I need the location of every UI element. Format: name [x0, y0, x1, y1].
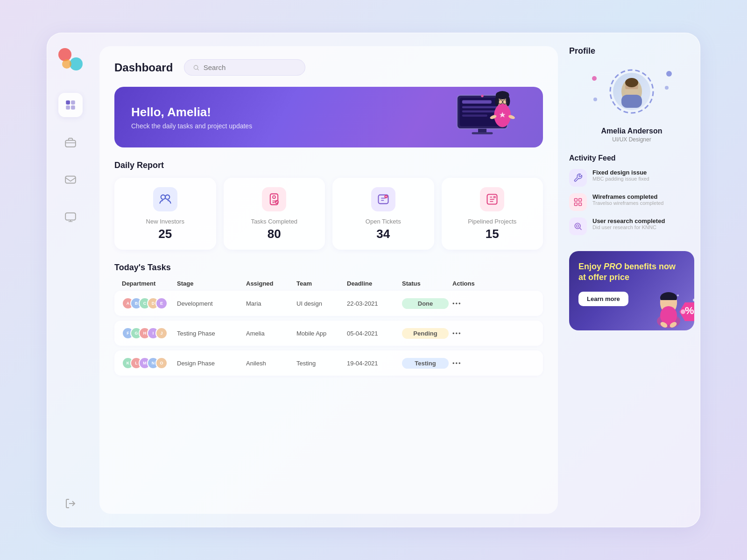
svg-point-41: [665, 86, 669, 90]
research-icon: [573, 222, 583, 231]
svg-rect-49: [579, 199, 582, 202]
briefcase-icon: [64, 136, 77, 148]
svg-rect-6: [65, 213, 76, 220]
logout-button[interactable]: [58, 491, 83, 516]
banner-text: Hello, Amelia! Check the daily tasks and…: [131, 105, 252, 130]
row2-deadline: 05-04-2021: [347, 330, 398, 337]
svg-point-57: [660, 306, 677, 325]
dashboard-panel: Dashboard Hello, Amelia! Check the daily…: [99, 46, 558, 514]
table-header: Department Stage Assigned Team Deadline …: [114, 280, 543, 291]
investors-icon: [159, 193, 172, 206]
row1-assigned: Maria: [246, 300, 293, 307]
sidebar-item-mail[interactable]: [58, 168, 83, 192]
row1-stage: Development: [177, 300, 242, 307]
monitor-icon: [64, 211, 77, 223]
col-department: Department: [122, 280, 173, 287]
sidebar: [47, 33, 94, 527]
profile-name: Amelia Anderson: [569, 127, 694, 135]
search-icon: [193, 64, 199, 71]
row1-actions[interactable]: •••: [452, 300, 490, 307]
row2-team: Mobile App: [296, 330, 343, 337]
logo-orange-circle: [62, 59, 71, 69]
svg-rect-3: [71, 105, 75, 110]
activity-icon-2: [569, 193, 587, 211]
avatar: J: [155, 327, 168, 339]
page-title: Dashboard: [114, 61, 173, 74]
sidebar-nav: [58, 93, 83, 491]
table-row: F G H I J Testing Phase Amelia Mobile Ap…: [114, 321, 543, 346]
tasks-value: 80: [268, 227, 281, 241]
pro-highlight: PRO: [604, 262, 622, 271]
tasks-table: Department Stage Assigned Team Deadline …: [114, 280, 543, 376]
tasks-title: Today's Tasks: [114, 263, 543, 273]
svg-rect-47: [621, 95, 642, 108]
pro-card-text: Enjoy PRO benefits now at offer price: [578, 261, 685, 283]
investors-icon-bg: [153, 187, 177, 211]
sidebar-item-monitor[interactable]: [58, 205, 83, 229]
activity-text-2: Wireframes completed Travelso wireframes…: [592, 193, 663, 206]
sidebar-item-work[interactable]: [58, 130, 83, 154]
profile-section: Profile: [569, 46, 694, 143]
investors-label: New Investors: [146, 218, 184, 225]
table-row: A B C D E Development Maria UI design 22…: [114, 291, 543, 316]
search-bar[interactable]: [184, 59, 305, 76]
svg-point-30: [161, 195, 165, 199]
logo: [58, 48, 83, 70]
daily-report-title: Daily Report: [114, 161, 543, 170]
profile-section-title: Profile: [569, 46, 694, 56]
mail-icon: [64, 174, 77, 186]
pro-card: Enjoy PRO benefits now at offer price Le…: [569, 251, 694, 330]
activity-title-3: User research completed: [592, 217, 665, 224]
activity-icon-3: [569, 217, 587, 235]
banner-subtitle: Check the daily tasks and project update…: [131, 122, 252, 130]
avatar-illustration: [618, 75, 646, 108]
row3-actions[interactable]: •••: [452, 360, 490, 367]
tasks-icon: [268, 193, 281, 206]
learn-more-button[interactable]: Learn more: [578, 292, 628, 306]
hero-banner: Hello, Amelia! Check the daily tasks and…: [114, 87, 543, 147]
svg-point-63: [693, 299, 694, 301]
main-area: Dashboard Hello, Amelia! Check the daily…: [94, 33, 700, 527]
stat-card-projects: Pipelined Projects 15: [442, 178, 543, 250]
tickets-icon-bg: [371, 187, 395, 211]
projects-icon-bg: [480, 187, 504, 211]
svg-rect-4: [65, 140, 76, 147]
activity-title: Activity Feed: [569, 154, 694, 162]
svg-point-42: [593, 98, 597, 101]
svg-rect-50: [575, 203, 578, 206]
stat-card-investors: New Investors 25: [114, 178, 216, 250]
col-assigned: Assigned: [246, 280, 293, 287]
activity-sub-1: MBC padding issue fixed: [592, 176, 649, 182]
pro-text-before: Enjoy: [578, 262, 604, 271]
row2-stage: Testing Phase: [177, 330, 242, 337]
row2-actions[interactable]: •••: [452, 330, 490, 337]
right-panel: Profile: [569, 46, 700, 514]
activity-text-3: User research completed Did user researc…: [592, 217, 665, 230]
activity-sub-2: Travelso wireframes completed: [592, 200, 663, 206]
row2-assigned: Amelia: [246, 330, 293, 337]
activity-text-1: Fixed design issue MBC padding issue fix…: [592, 169, 649, 182]
stat-card-tasks: Tasks Completed 80: [224, 178, 325, 250]
svg-rect-0: [66, 100, 70, 105]
wrench-icon: [573, 173, 583, 182]
svg-point-39: [592, 76, 597, 81]
svg-point-21: [506, 96, 510, 106]
row1-team: UI design: [296, 300, 343, 307]
svg-point-22: [496, 92, 500, 97]
page-header: Dashboard: [114, 59, 543, 76]
svg-point-40: [666, 71, 672, 77]
search-input[interactable]: [204, 63, 297, 71]
sidebar-item-dashboard[interactable]: [58, 93, 83, 117]
col-status: Status: [402, 280, 449, 287]
svg-point-52: [575, 223, 580, 229]
svg-rect-5: [65, 176, 76, 183]
svg-rect-51: [579, 203, 582, 206]
activity-item: Wireframes completed Travelso wireframes…: [569, 193, 694, 211]
svg-rect-14: [462, 114, 487, 117]
dashboard-icon: [64, 99, 77, 111]
svg-point-33: [273, 196, 275, 198]
row1-status: Done: [402, 298, 449, 309]
svg-rect-1: [71, 100, 75, 105]
col-deadline: Deadline: [347, 280, 398, 287]
svg-point-64: [677, 294, 679, 296]
